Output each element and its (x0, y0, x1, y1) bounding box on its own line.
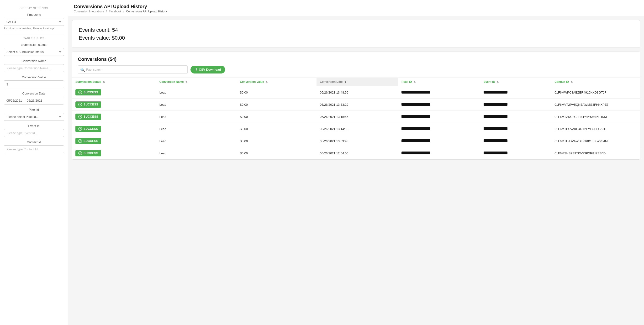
col-submission-status[interactable]: Submission Status ⇅ (72, 78, 156, 86)
cell-submission-status: ✓ SUCCESS (72, 86, 156, 98)
cell-conversion-value: $0.00 (236, 86, 316, 98)
event-id-redacted (484, 139, 508, 142)
search-icon: 🔍 (80, 67, 85, 72)
col-conversion-date[interactable]: Conversion Date ▼ (316, 78, 398, 86)
breadcrumb-item-1[interactable]: Conversion Integrations (74, 10, 104, 13)
conversion-date-label: Conversion Date (4, 92, 64, 95)
csv-download-button[interactable]: ⬇ CSV Download (190, 66, 225, 74)
cell-contact-id: 01F6MVT2PV5QNEAWMG3FHNXPE7 (551, 98, 640, 111)
stats-card: Events count: 54 Events value: $0.00 (72, 20, 640, 48)
cell-conversion-value: $0.00 (236, 147, 316, 160)
cell-pixel-id (398, 147, 480, 160)
pixel-id-redacted (402, 115, 430, 118)
cell-submission-status: ✓ SUCCESS (72, 98, 156, 111)
cell-pixel-id (398, 86, 480, 98)
timezone-hint: Pick time zone matching Facebook setting… (4, 27, 64, 30)
pixel-id-redacted (402, 91, 430, 94)
event-id-redacted (484, 115, 508, 118)
cell-event-id (480, 135, 551, 147)
submission-status-label: Submission status (4, 43, 64, 46)
col-submission-status-sort-icon: ⇅ (103, 81, 105, 83)
display-settings-label: DISPLAY SETTINGS (4, 7, 64, 10)
timezone-select[interactable]: GMT-4 (4, 18, 64, 26)
contact-id-input[interactable] (4, 145, 64, 153)
col-contact-id[interactable]: Contact ID ⇅ (551, 78, 640, 86)
search-input[interactable] (78, 66, 188, 74)
cell-conversion-date: 05/26/2021 13:33:29 (316, 98, 398, 111)
cell-pixel-id (398, 98, 480, 111)
col-contact-id-sort-icon: ⇅ (571, 81, 573, 83)
cell-submission-status: ✓ SUCCESS (72, 123, 156, 135)
event-id-redacted (484, 152, 508, 154)
pixel-id-label: Pixel Id (4, 108, 64, 112)
pixel-id-select[interactable]: Please select Pixel Id... (4, 113, 64, 121)
cell-conversion-date: 05/26/2021 13:09:43 (316, 135, 398, 147)
status-badge-success: ✓ SUCCESS (76, 150, 101, 156)
cell-conversion-name: Lead (156, 135, 237, 147)
table-card: Conversions (54) 🔍 ⬇ CSV Download Submis… (72, 52, 640, 160)
conversion-name-input[interactable] (4, 64, 64, 72)
check-icon: ✓ (78, 151, 82, 155)
cell-event-id (480, 111, 551, 123)
status-badge-success: ✓ SUCCESS (76, 126, 101, 132)
conversion-date-input[interactable] (4, 97, 64, 104)
contact-id-label: Contact Id (4, 140, 64, 144)
cell-event-id (480, 86, 551, 98)
col-conversion-name[interactable]: Conversion Name ⇅ (156, 78, 237, 86)
col-conversion-value[interactable]: Conversion Value ⇅ (236, 78, 316, 86)
check-icon: ✓ (78, 139, 82, 143)
cell-submission-status: ✓ SUCCESS (72, 135, 156, 147)
cell-conversion-date: 05/26/2021 12:54:00 (316, 147, 398, 160)
table-title: Conversions (54) (78, 56, 634, 62)
submission-status-select[interactable]: Select a Submission status (4, 48, 64, 56)
table-row: ✓ SUCCESS Lead$0.0005/26/2021 13:14:1301… (72, 123, 640, 135)
event-id-label: Event Id (4, 124, 64, 128)
cell-pixel-id (398, 135, 480, 147)
event-id-input[interactable] (4, 129, 64, 137)
cell-conversion-date: 05/26/2021 13:18:55 (316, 111, 398, 123)
cell-contact-id: 01F6MTPSVAKH4RT2FYFGBFGKHT (551, 123, 640, 135)
col-event-id[interactable]: Event ID ⇅ (480, 78, 551, 86)
cell-pixel-id (398, 123, 480, 135)
cell-submission-status: ✓ SUCCESS (72, 147, 156, 160)
check-icon: ✓ (78, 102, 82, 106)
page-header: Conversions API Upload History Conversio… (68, 0, 644, 16)
conversions-table: Submission Status ⇅ Conversion Name ⇅ Co… (72, 78, 640, 160)
event-id-redacted (484, 91, 508, 94)
col-event-id-sort-icon: ⇅ (497, 81, 499, 83)
col-conversion-date-sort-icon: ▼ (344, 81, 347, 83)
pixel-id-redacted (402, 127, 430, 130)
cell-conversion-value: $0.00 (236, 135, 316, 147)
events-value: Events value: $0.00 (79, 34, 633, 42)
cell-conversion-name: Lead (156, 98, 237, 111)
events-count: Events count: 54 (79, 26, 633, 34)
cell-conversion-value: $0.00 (236, 123, 316, 135)
cell-conversion-name: Lead (156, 86, 237, 98)
cell-event-id (480, 123, 551, 135)
table-row: ✓ SUCCESS Lead$0.0005/26/2021 13:09:4301… (72, 135, 640, 147)
cell-submission-status: ✓ SUCCESS (72, 111, 156, 123)
cell-contact-id: 01F6MTZDC2G8H44Y4YSA4PTRDM (551, 111, 640, 123)
table-row: ✓ SUCCESS Lead$0.0005/26/2021 13:18:5501… (72, 111, 640, 123)
check-icon: ✓ (78, 115, 82, 118)
cell-contact-id: 01F6MSHS2S9TKVX3PXR8JZES4D (551, 147, 640, 160)
status-badge-success: ✓ SUCCESS (76, 138, 101, 144)
event-id-redacted (484, 103, 508, 106)
pixel-id-redacted (402, 103, 430, 106)
status-badge-success: ✓ SUCCESS (76, 89, 101, 96)
cell-pixel-id (398, 111, 480, 123)
main-content: Conversions API Upload History Conversio… (68, 0, 644, 325)
status-badge-success: ✓ SUCCESS (76, 102, 101, 108)
check-icon: ✓ (78, 90, 82, 94)
cell-conversion-name: Lead (156, 147, 237, 160)
pixel-id-redacted (402, 139, 430, 142)
cell-conversion-date: 05/26/2021 13:14:13 (316, 123, 398, 135)
cell-event-id (480, 98, 551, 111)
page-title: Conversions API Upload History (74, 4, 638, 9)
table-header-row: Submission Status ⇅ Conversion Name ⇅ Co… (72, 78, 640, 86)
col-pixel-id[interactable]: Pixel ID ⇅ (398, 78, 480, 86)
breadcrumb-item-2[interactable]: Facebook (109, 10, 122, 13)
pixel-id-redacted (402, 152, 430, 154)
cell-conversion-value: $0.00 (236, 111, 316, 123)
conversion-value-input[interactable] (4, 80, 64, 88)
